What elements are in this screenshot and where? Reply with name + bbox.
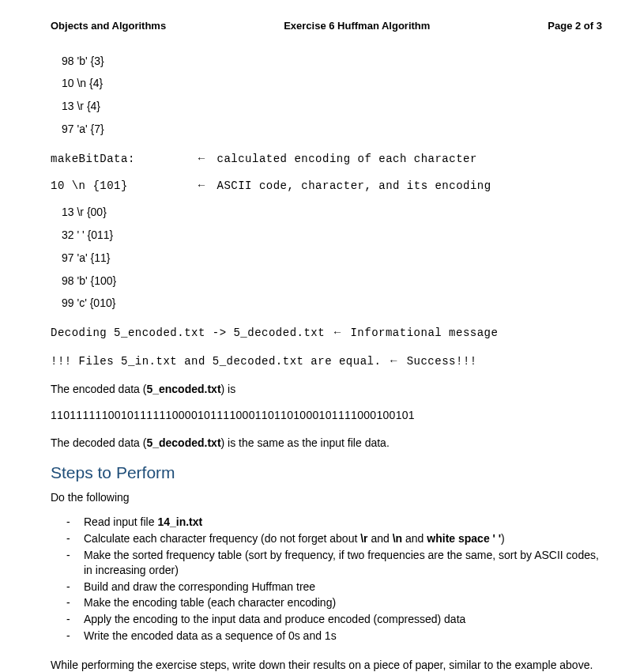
intro-pre: The encoded data ( [51,383,146,395]
freq-line: 13 \r {4} [62,99,602,114]
section-heading: Steps to Perform [51,462,602,484]
enc-line: 32 ' ' {011} [62,228,602,243]
encoding-example-row: 10 \n {101} ← ASCII code, character, and… [51,178,602,194]
list-item: Calculate each character frequency (do n… [84,531,602,546]
step-bold: white space ' ' [427,532,501,545]
list-item: Write the encoded data as a sequence of … [84,629,602,644]
intro-bold: 5_encoded.txt [146,383,220,395]
list-item: Build and draw the corresponding Huffman… [84,580,602,595]
binary-data: 1101111110010111111000010111100011011010… [51,408,602,423]
step-text: Calculate each character frequency (do n… [84,532,360,545]
frequency-list: 98 'b' {3} 10 \n {4} 13 \r {4} 97 'a' {7… [62,54,602,138]
step-bold: 14_in.txt [157,515,202,528]
steps-list: Read input file 14_in.txt Calculate each… [84,515,602,644]
left-arrow-icon: ← [332,326,344,338]
encoded-data-intro: The encoded data (5_encoded.txt) is [51,382,602,397]
header-center: Exercise 6 Huffman Algorithm [284,19,430,33]
list-item: Read input file 14_in.txt [84,515,602,530]
intro-pre: The decoded data ( [51,436,146,449]
intro-post: ) is [221,383,236,395]
intro-post: ) is the same as the input file data. [221,436,390,449]
step-text: ) [501,532,505,545]
encoding-example-left: 10 \n {101} [51,179,196,194]
encoding-example-note: ASCII code, character, and its encoding [217,179,491,194]
list-item: Make the encoding table (each character … [84,595,602,610]
list-item: Apply the encoding to the input data and… [84,612,602,627]
enc-line: 97 'a' {11} [62,251,602,266]
intro-bold: 5_decoded.txt [146,436,220,449]
step-bold: \r [360,532,367,545]
files-equal-message: !!! Files 5_in.txt and 5_decoded.txt are… [51,353,602,369]
left-arrow-icon: ← [196,151,208,166]
encoding-list: 13 \r {00} 32 ' ' {011} 97 'a' {11} 98 '… [62,205,602,311]
decoding-note: Informational message [344,327,499,339]
makebitdata-label: makeBitData: [51,152,196,167]
header-right: Page 2 of 3 [548,19,602,33]
closing-paragraph: While performing the exercise steps, wri… [51,658,602,672]
decoded-data-intro: The decoded data (5_decoded.txt) is the … [51,436,602,451]
list-item: Make the sorted frequency table (sort by… [84,548,602,578]
freq-line: 97 'a' {7} [62,122,602,137]
equal-text: !!! Files 5_in.txt and 5_decoded.txt are… [51,355,388,368]
decoding-message: Decoding 5_encoded.txt -> 5_decoded.txt … [51,325,602,341]
step-text: Read input file [84,515,157,528]
do-following: Do the following [51,490,602,505]
page-header: Objects and Algorithms Exercise 6 Huffma… [51,19,602,33]
decoding-text: Decoding 5_encoded.txt -> 5_decoded.txt [51,327,332,339]
enc-line: 99 'c' {010} [62,296,602,311]
header-left: Objects and Algorithms [51,19,166,33]
left-arrow-icon: ← [388,354,400,367]
enc-line: 98 'b' {100} [62,274,602,289]
freq-line: 10 \n {4} [62,76,602,91]
equal-note: Success!!! [400,355,477,368]
makebitdata-row: makeBitData: ← calculated encoding of ea… [51,151,602,167]
makebitdata-note: calculated encoding of each character [217,152,477,167]
left-arrow-icon: ← [196,178,208,193]
step-text: and [368,532,393,545]
step-text: and [402,532,427,545]
enc-line: 13 \r {00} [62,205,602,220]
freq-line: 98 'b' {3} [62,54,602,69]
step-bold: \n [393,532,402,545]
